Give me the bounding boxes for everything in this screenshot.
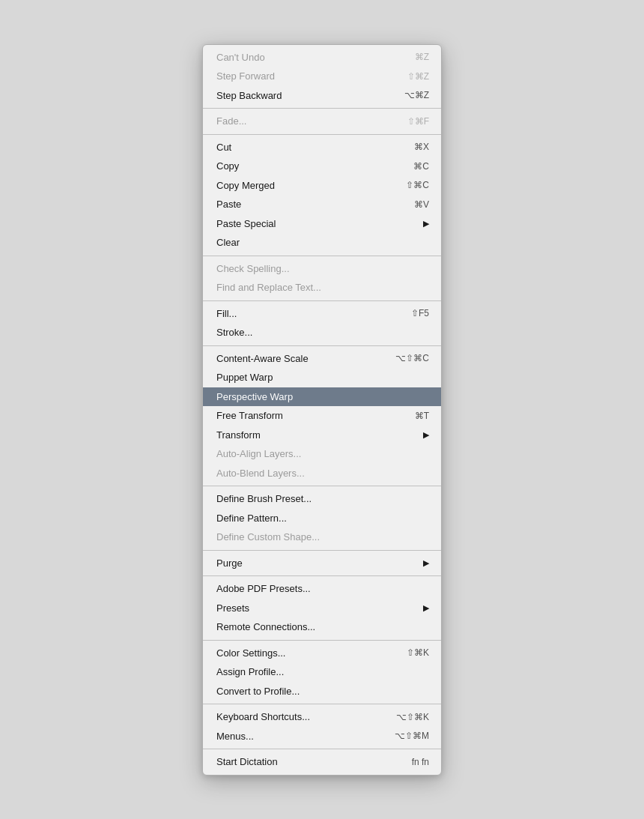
menu-item-arrow-transform: ▶ [423,429,429,441]
menu-item-step-backward[interactable]: Step Backward⌥⌘Z [203,86,441,106]
menu-item-label-define-pattern: Define Pattern... [216,511,429,526]
menu-item-convert-to-profile[interactable]: Convert to Profile... [203,682,441,701]
menu-item-label-fade: Fade... [216,114,389,129]
menu-item-shortcut-start-dictation: fn fn [412,755,429,769]
menu-item-keyboard-shortcuts[interactable]: Keyboard Shortcuts...⌥⇧⌘K [203,707,441,727]
menu-item-perspective-warp[interactable]: Perspective Warp [203,387,441,407]
menu-item-arrow-presets: ▶ [423,602,429,614]
menu-item-label-remote-connections: Remote Connections... [216,620,429,635]
menu-item-puppet-warp[interactable]: Puppet Warp [203,368,441,387]
menu-divider [203,108,441,109]
menu-item-shortcut-paste: ⌘V [414,198,429,211]
menu-item-copy-merged[interactable]: Copy Merged⇧⌘C [203,176,441,196]
menu-item-shortcut-keyboard-shortcuts: ⌥⇧⌘K [396,710,429,724]
context-menu: Can't Undo⌘ZStep Forward⇧⌘ZStep Backward… [202,44,442,776]
menu-item-label-step-backward: Step Backward [216,88,386,103]
menu-item-start-dictation[interactable]: Start Dictationfn fn [203,752,441,772]
menu-item-shortcut-fill: ⇧F5 [411,306,429,320]
menu-item-shortcut-menus: ⌥⇧⌘M [395,729,429,743]
menu-divider [203,345,441,346]
menu-item-label-auto-align-layers: Auto-Align Layers... [216,447,429,462]
menu-divider [203,486,441,486]
menu-item-define-pattern[interactable]: Define Pattern... [203,509,441,528]
menu-item-shortcut-content-aware-scale: ⌥⇧⌘C [395,351,429,365]
menu-item-stroke[interactable]: Stroke... [203,323,441,342]
menu-item-check-spelling: Check Spelling... [203,259,441,279]
menu-divider [203,704,441,704]
menu-item-find-replace: Find and Replace Text... [203,278,441,297]
menu-item-label-define-brush-preset: Define Brush Preset... [216,492,429,507]
menu-item-label-paste: Paste [216,197,396,212]
menu-item-label-free-transform: Free Transform [216,408,397,423]
menu-item-define-custom-shape: Define Custom Shape... [203,528,441,547]
menu-item-label-fill: Fill... [216,306,393,321]
menu-item-shortcut-cut: ⌘X [414,140,429,154]
menu-item-auto-align-layers: Auto-Align Layers... [203,444,441,464]
menu-item-cant-undo: Can't Undo⌘Z [203,48,441,67]
menu-item-arrow-purge: ▶ [423,557,429,569]
menu-item-arrow-paste-special: ▶ [423,217,429,230]
menu-item-shortcut-copy: ⌘C [413,160,429,173]
menu-divider [203,575,441,576]
menu-divider [203,749,441,749]
menu-divider [203,550,441,551]
menu-item-assign-profile[interactable]: Assign Profile... [203,662,441,682]
menu-item-content-aware-scale[interactable]: Content-Aware Scale⌥⇧⌘C [203,349,441,369]
menu-divider [203,256,441,256]
menu-item-label-convert-to-profile: Convert to Profile... [216,684,429,699]
menu-item-label-assign-profile: Assign Profile... [216,665,429,680]
menu-item-shortcut-fade: ⇧⌘F [407,115,429,128]
menu-item-label-menus: Menus... [216,729,377,744]
menu-divider [203,300,441,301]
menu-item-shortcut-step-backward: ⌥⌘Z [404,88,429,102]
menu-item-label-check-spelling: Check Spelling... [216,262,429,276]
menu-item-label-content-aware-scale: Content-Aware Scale [216,351,377,366]
menu-item-label-define-custom-shape: Define Custom Shape... [216,530,429,545]
menu-item-label-find-replace: Find and Replace Text... [216,280,429,295]
menu-item-label-purge: Purge [216,556,417,571]
menu-item-remote-connections[interactable]: Remote Connections... [203,617,441,637]
menu-item-clear[interactable]: Clear [203,233,441,253]
menu-item-menus[interactable]: Menus...⌥⇧⌘M [203,727,441,746]
menu-item-label-adobe-pdf-presets: Adobe PDF Presets... [216,581,429,596]
menu-item-label-color-settings: Color Settings... [216,646,389,661]
menu-item-cut[interactable]: Cut⌘X [203,138,441,157]
menu-item-label-clear: Clear [216,235,429,250]
menu-item-label-cut: Cut [216,140,396,155]
menu-divider [203,640,441,641]
menu-item-label-copy: Copy [216,159,395,174]
menu-item-fade: Fade...⇧⌘F [203,112,441,131]
menu-item-adobe-pdf-presets[interactable]: Adobe PDF Presets... [203,579,441,599]
menu-item-free-transform[interactable]: Free Transform⌘T [203,406,441,426]
menu-item-define-brush-preset[interactable]: Define Brush Preset... [203,489,441,509]
menu-divider [203,134,441,135]
menu-item-shortcut-step-forward: ⇧⌘Z [407,70,429,83]
menu-item-label-auto-blend-layers: Auto-Blend Layers... [216,466,429,481]
menu-item-purge[interactable]: Purge▶ [203,554,441,573]
menu-item-copy[interactable]: Copy⌘C [203,157,441,176]
menu-item-step-forward: Step Forward⇧⌘Z [203,67,441,86]
menu-item-label-copy-merged: Copy Merged [216,178,388,193]
menu-item-label-paste-special: Paste Special [216,217,417,232]
menu-item-presets[interactable]: Presets▶ [203,599,441,618]
menu-item-label-keyboard-shortcuts: Keyboard Shortcuts... [216,710,378,725]
menu-item-paste-special[interactable]: Paste Special▶ [203,214,441,234]
menu-item-label-puppet-warp: Puppet Warp [216,370,429,385]
menu-item-color-settings[interactable]: Color Settings...⇧⌘K [203,644,441,663]
menu-item-label-cant-undo: Can't Undo [216,50,397,65]
menu-item-transform[interactable]: Transform▶ [203,426,441,445]
menu-item-auto-blend-layers: Auto-Blend Layers... [203,464,441,483]
menu-item-label-step-forward: Step Forward [216,69,389,84]
menu-item-label-start-dictation: Start Dictation [216,755,394,770]
menu-item-paste[interactable]: Paste⌘V [203,195,441,214]
menu-item-shortcut-cant-undo: ⌘Z [415,50,429,64]
menu-item-shortcut-free-transform: ⌘T [415,409,429,423]
menu-item-shortcut-copy-merged: ⇧⌘C [406,178,429,192]
menu-item-label-stroke: Stroke... [216,325,429,340]
menu-item-fill[interactable]: Fill...⇧F5 [203,304,441,324]
menu-item-label-perspective-warp: Perspective Warp [216,390,429,405]
menu-item-label-presets: Presets [216,601,417,616]
menu-item-label-transform: Transform [216,428,417,443]
menu-item-shortcut-color-settings: ⇧⌘K [407,646,429,659]
